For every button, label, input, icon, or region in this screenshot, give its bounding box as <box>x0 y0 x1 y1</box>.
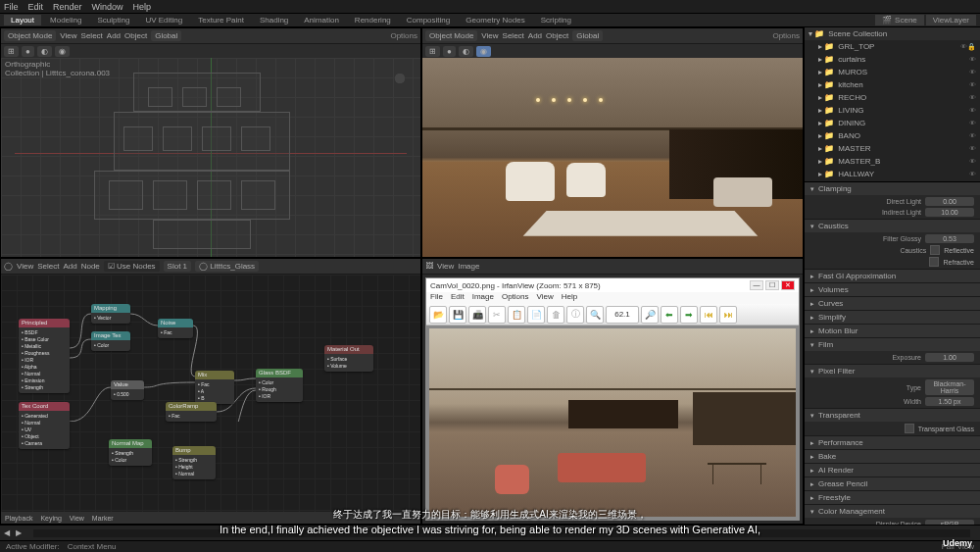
vp2-menu-view[interactable]: View <box>481 31 498 40</box>
orientation-dropdown[interactable]: Global <box>151 30 181 41</box>
property-checkbox[interactable] <box>930 245 940 255</box>
property-section-header[interactable]: Bake <box>805 450 980 463</box>
shading-matpreview-icon-2[interactable]: ◐ <box>459 46 473 57</box>
viewport-canvas[interactable]: Orthographic Collection | Litttcs_corona… <box>1 58 420 257</box>
copy-icon[interactable]: 📋 <box>508 306 525 324</box>
shader-node[interactable]: Noise• Fac <box>158 319 193 338</box>
property-section-header[interactable]: Freestyle <box>805 491 980 504</box>
zoom-in-icon[interactable]: 🔍 <box>586 306 604 324</box>
save-icon[interactable]: 💾 <box>449 306 466 324</box>
close-button[interactable]: ✕ <box>781 280 795 290</box>
outliner-item[interactable]: ▸ 📁MUROS👁 <box>805 66 980 78</box>
outliner-item[interactable]: ▸ 📁MASTER_B👁 <box>805 155 980 168</box>
viewlayer-selector[interactable]: ViewLayer <box>926 15 976 25</box>
vp2-menu-select[interactable]: Select <box>503 31 524 40</box>
property-checkbox[interactable] <box>929 257 939 267</box>
menu-render[interactable]: Render <box>53 2 82 12</box>
property-section-header[interactable]: Pixel Filter <box>805 365 980 377</box>
menu-help[interactable]: Help <box>133 2 152 12</box>
orientation-dropdown-2[interactable]: Global <box>572 30 603 41</box>
outliner-item[interactable]: ▸ 📁DINING👁 <box>805 117 980 129</box>
outliner-item[interactable]: ▸ 📁kitchen👁 <box>805 78 980 91</box>
shader-node[interactable]: Image Tex• Color <box>91 331 130 351</box>
paste-icon[interactable]: 📄 <box>527 306 545 324</box>
app-menu-edit[interactable]: Edit <box>451 292 465 304</box>
property-value[interactable]: 1.50 px <box>925 397 974 406</box>
footer-marker[interactable]: Marker <box>92 515 114 522</box>
ne-menu-view[interactable]: View <box>17 262 33 271</box>
shading-wireframe-icon-2[interactable]: ⊞ <box>425 46 440 57</box>
outliner-item[interactable]: ▸ 📁RECHO👁 <box>805 91 980 104</box>
shading-rendered-icon-2[interactable]: ◉ <box>476 46 491 57</box>
mode-dropdown[interactable]: Object Mode <box>4 30 56 41</box>
property-value[interactable]: 1.00 <box>925 353 974 362</box>
outliner-item[interactable]: ▸ 📁GRL_TOP👁🔒 <box>805 40 980 53</box>
property-section-header[interactable]: Performance <box>805 436 980 449</box>
last-icon[interactable]: ⏭ <box>719 306 737 324</box>
scene-selector[interactable]: 🎬 Scene <box>875 15 924 25</box>
window-titlebar[interactable]: CamVol_0020.png - IrfanView (Zoom: 571 x… <box>426 278 799 292</box>
maximize-button[interactable]: ☐ <box>765 280 779 290</box>
app-menu-file[interactable]: File <box>430 292 443 304</box>
minimize-button[interactable]: — <box>750 280 763 290</box>
property-checkbox[interactable] <box>905 424 914 433</box>
open-icon[interactable]: 📂 <box>429 306 447 324</box>
property-section-header[interactable]: Volumes <box>805 283 980 296</box>
play-reverse-icon[interactable]: ◀ <box>4 528 10 537</box>
outliner-item[interactable]: ▸ 📁MASTER👁 <box>805 142 980 155</box>
ie-menu-view[interactable]: View <box>437 262 454 271</box>
menu-edit[interactable]: Edit <box>28 2 44 12</box>
info-icon[interactable]: ⓘ <box>566 306 584 324</box>
shader-node[interactable]: Mix• Fac• A• B <box>195 371 234 404</box>
tab-animation[interactable]: Animation <box>297 15 346 25</box>
app-menu-view[interactable]: View <box>537 292 554 304</box>
vp-menu-select[interactable]: Select <box>81 31 103 40</box>
tab-modeling[interactable]: Modeling <box>43 15 88 25</box>
property-section-header[interactable]: Caustics <box>805 220 980 232</box>
shader-node[interactable]: Material Out• Surface• Volume <box>324 345 373 372</box>
rendered-viewport-canvas[interactable] <box>422 58 803 257</box>
ne-type-icon[interactable]: ◯ <box>4 262 13 271</box>
footer-keying[interactable]: Keying <box>40 515 61 522</box>
prev-icon[interactable]: ⬅ <box>661 306 678 324</box>
menu-window[interactable]: Window <box>92 2 123 12</box>
mode-dropdown-2[interactable]: Object Mode <box>425 30 477 41</box>
nav-gizmo[interactable] <box>385 64 415 93</box>
shading-wireframe-icon[interactable]: ⊞ <box>4 46 19 57</box>
tab-texpaint[interactable]: Texture Paint <box>191 15 251 25</box>
property-section-header[interactable]: Motion Blur <box>805 325 980 337</box>
cut-icon[interactable]: ✂ <box>488 306 506 324</box>
property-value[interactable]: 0.00 <box>925 197 974 206</box>
next-icon[interactable]: ➡ <box>680 306 698 324</box>
footer-playback[interactable]: Playback <box>5 515 32 522</box>
app-menu-options[interactable]: Options <box>502 292 529 304</box>
scan-icon[interactable]: 📠 <box>468 306 486 324</box>
property-value[interactable]: 0.53 <box>925 234 974 243</box>
property-section-header[interactable]: Simplify <box>805 311 980 324</box>
vp2-menu-object[interactable]: Object <box>546 31 568 40</box>
ie-menu-image[interactable]: Image <box>458 262 479 271</box>
property-value[interactable]: sRGB <box>925 520 974 525</box>
shader-node[interactable]: Normal Map• Strength• Color <box>109 439 152 466</box>
shading-solid-icon-2[interactable]: ● <box>443 46 456 57</box>
shader-node[interactable]: Glass BSDF• Color• Rough• IOR <box>256 369 303 402</box>
viewport-options[interactable]: Options <box>390 31 417 40</box>
property-value[interactable]: 10.00 <box>925 208 974 217</box>
tab-rendering[interactable]: Rendering <box>348 15 398 25</box>
vp-menu-view[interactable]: View <box>60 31 76 40</box>
footer-view[interactable]: View <box>70 515 84 522</box>
viewport-options-2[interactable]: Options <box>772 31 800 40</box>
ie-type-icon[interactable]: 🖼 <box>425 262 433 271</box>
ne-menu-add[interactable]: Add <box>63 262 76 271</box>
shader-node[interactable]: Tex Coord• Generated• Normal• UV• Object… <box>19 402 70 449</box>
zoom-value[interactable]: 62.1 <box>606 306 639 324</box>
shader-node[interactable]: Value• 0.500 <box>111 380 144 400</box>
property-section-header[interactable]: Curves <box>805 297 980 310</box>
app-menu-image[interactable]: Image <box>472 292 494 304</box>
timeline-track[interactable] <box>33 529 970 537</box>
property-section-header[interactable]: AI Render <box>805 464 980 477</box>
shader-node[interactable]: Principled• BSDF• Base Color• Metallic• … <box>19 319 70 393</box>
outliner-item[interactable]: ▸ 📁curtains👁 <box>805 53 980 66</box>
outliner-item[interactable]: ▸ 📁BANO👁 <box>805 129 980 142</box>
vp-menu-add[interactable]: Add <box>107 31 121 40</box>
